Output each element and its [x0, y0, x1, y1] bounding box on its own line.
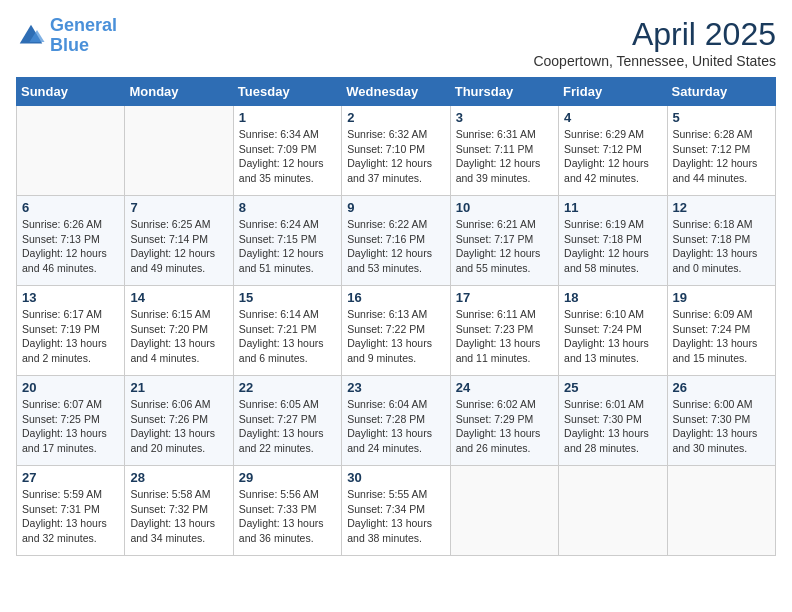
- day-number: 14: [130, 290, 227, 305]
- page-header: General Blue April 2025 Coopertown, Tenn…: [16, 16, 776, 69]
- calendar-cell: [450, 466, 558, 556]
- calendar-cell: 13Sunrise: 6:17 AM Sunset: 7:19 PM Dayli…: [17, 286, 125, 376]
- day-info: Sunrise: 6:17 AM Sunset: 7:19 PM Dayligh…: [22, 307, 119, 366]
- day-info: Sunrise: 6:01 AM Sunset: 7:30 PM Dayligh…: [564, 397, 661, 456]
- calendar-cell: [667, 466, 775, 556]
- calendar-cell: 14Sunrise: 6:15 AM Sunset: 7:20 PM Dayli…: [125, 286, 233, 376]
- day-number: 20: [22, 380, 119, 395]
- calendar-cell: 7Sunrise: 6:25 AM Sunset: 7:14 PM Daylig…: [125, 196, 233, 286]
- calendar-cell: 21Sunrise: 6:06 AM Sunset: 7:26 PM Dayli…: [125, 376, 233, 466]
- day-info: Sunrise: 6:34 AM Sunset: 7:09 PM Dayligh…: [239, 127, 336, 186]
- day-number: 21: [130, 380, 227, 395]
- calendar-cell: 16Sunrise: 6:13 AM Sunset: 7:22 PM Dayli…: [342, 286, 450, 376]
- calendar-cell: 18Sunrise: 6:10 AM Sunset: 7:24 PM Dayli…: [559, 286, 667, 376]
- weekday-header: Wednesday: [342, 78, 450, 106]
- day-info: Sunrise: 5:56 AM Sunset: 7:33 PM Dayligh…: [239, 487, 336, 546]
- day-info: Sunrise: 6:00 AM Sunset: 7:30 PM Dayligh…: [673, 397, 770, 456]
- month-title: April 2025: [533, 16, 776, 53]
- day-info: Sunrise: 6:28 AM Sunset: 7:12 PM Dayligh…: [673, 127, 770, 186]
- day-number: 3: [456, 110, 553, 125]
- day-info: Sunrise: 6:26 AM Sunset: 7:13 PM Dayligh…: [22, 217, 119, 276]
- day-number: 17: [456, 290, 553, 305]
- day-info: Sunrise: 6:21 AM Sunset: 7:17 PM Dayligh…: [456, 217, 553, 276]
- calendar-cell: 15Sunrise: 6:14 AM Sunset: 7:21 PM Dayli…: [233, 286, 341, 376]
- day-number: 8: [239, 200, 336, 215]
- weekday-header: Sunday: [17, 78, 125, 106]
- day-info: Sunrise: 6:24 AM Sunset: 7:15 PM Dayligh…: [239, 217, 336, 276]
- logo-line1: General: [50, 15, 117, 35]
- calendar-cell: 27Sunrise: 5:59 AM Sunset: 7:31 PM Dayli…: [17, 466, 125, 556]
- calendar-cell: 30Sunrise: 5:55 AM Sunset: 7:34 PM Dayli…: [342, 466, 450, 556]
- day-number: 27: [22, 470, 119, 485]
- day-number: 9: [347, 200, 444, 215]
- day-info: Sunrise: 6:10 AM Sunset: 7:24 PM Dayligh…: [564, 307, 661, 366]
- calendar-cell: 8Sunrise: 6:24 AM Sunset: 7:15 PM Daylig…: [233, 196, 341, 286]
- day-number: 29: [239, 470, 336, 485]
- day-info: Sunrise: 6:22 AM Sunset: 7:16 PM Dayligh…: [347, 217, 444, 276]
- calendar-cell: 10Sunrise: 6:21 AM Sunset: 7:17 PM Dayli…: [450, 196, 558, 286]
- calendar-cell: 17Sunrise: 6:11 AM Sunset: 7:23 PM Dayli…: [450, 286, 558, 376]
- day-info: Sunrise: 6:09 AM Sunset: 7:24 PM Dayligh…: [673, 307, 770, 366]
- day-number: 25: [564, 380, 661, 395]
- calendar-cell: 20Sunrise: 6:07 AM Sunset: 7:25 PM Dayli…: [17, 376, 125, 466]
- day-number: 16: [347, 290, 444, 305]
- day-number: 1: [239, 110, 336, 125]
- day-info: Sunrise: 6:13 AM Sunset: 7:22 PM Dayligh…: [347, 307, 444, 366]
- logo-icon: [16, 21, 46, 51]
- day-info: Sunrise: 6:02 AM Sunset: 7:29 PM Dayligh…: [456, 397, 553, 456]
- weekday-header: Thursday: [450, 78, 558, 106]
- day-number: 11: [564, 200, 661, 215]
- day-info: Sunrise: 6:29 AM Sunset: 7:12 PM Dayligh…: [564, 127, 661, 186]
- day-number: 4: [564, 110, 661, 125]
- weekday-header-row: SundayMondayTuesdayWednesdayThursdayFrid…: [17, 78, 776, 106]
- location: Coopertown, Tennessee, United States: [533, 53, 776, 69]
- calendar-table: SundayMondayTuesdayWednesdayThursdayFrid…: [16, 77, 776, 556]
- calendar-cell: 29Sunrise: 5:56 AM Sunset: 7:33 PM Dayli…: [233, 466, 341, 556]
- day-info: Sunrise: 6:25 AM Sunset: 7:14 PM Dayligh…: [130, 217, 227, 276]
- weekday-header: Friday: [559, 78, 667, 106]
- day-number: 23: [347, 380, 444, 395]
- weekday-header: Tuesday: [233, 78, 341, 106]
- day-info: Sunrise: 6:07 AM Sunset: 7:25 PM Dayligh…: [22, 397, 119, 456]
- weekday-header: Saturday: [667, 78, 775, 106]
- calendar-cell: 25Sunrise: 6:01 AM Sunset: 7:30 PM Dayli…: [559, 376, 667, 466]
- day-info: Sunrise: 5:55 AM Sunset: 7:34 PM Dayligh…: [347, 487, 444, 546]
- calendar-cell: 28Sunrise: 5:58 AM Sunset: 7:32 PM Dayli…: [125, 466, 233, 556]
- day-number: 30: [347, 470, 444, 485]
- calendar-cell: [559, 466, 667, 556]
- calendar-cell: 6Sunrise: 6:26 AM Sunset: 7:13 PM Daylig…: [17, 196, 125, 286]
- weekday-header: Monday: [125, 78, 233, 106]
- calendar-cell: 9Sunrise: 6:22 AM Sunset: 7:16 PM Daylig…: [342, 196, 450, 286]
- calendar-cell: [17, 106, 125, 196]
- calendar-cell: 26Sunrise: 6:00 AM Sunset: 7:30 PM Dayli…: [667, 376, 775, 466]
- day-info: Sunrise: 5:58 AM Sunset: 7:32 PM Dayligh…: [130, 487, 227, 546]
- day-info: Sunrise: 6:04 AM Sunset: 7:28 PM Dayligh…: [347, 397, 444, 456]
- day-number: 26: [673, 380, 770, 395]
- day-info: Sunrise: 6:14 AM Sunset: 7:21 PM Dayligh…: [239, 307, 336, 366]
- calendar-week-row: 1Sunrise: 6:34 AM Sunset: 7:09 PM Daylig…: [17, 106, 776, 196]
- day-info: Sunrise: 6:06 AM Sunset: 7:26 PM Dayligh…: [130, 397, 227, 456]
- calendar-cell: 3Sunrise: 6:31 AM Sunset: 7:11 PM Daylig…: [450, 106, 558, 196]
- day-number: 15: [239, 290, 336, 305]
- day-info: Sunrise: 5:59 AM Sunset: 7:31 PM Dayligh…: [22, 487, 119, 546]
- calendar-cell: [125, 106, 233, 196]
- day-number: 19: [673, 290, 770, 305]
- day-number: 24: [456, 380, 553, 395]
- day-number: 6: [22, 200, 119, 215]
- calendar-week-row: 20Sunrise: 6:07 AM Sunset: 7:25 PM Dayli…: [17, 376, 776, 466]
- day-info: Sunrise: 6:15 AM Sunset: 7:20 PM Dayligh…: [130, 307, 227, 366]
- calendar-week-row: 27Sunrise: 5:59 AM Sunset: 7:31 PM Dayli…: [17, 466, 776, 556]
- calendar-week-row: 6Sunrise: 6:26 AM Sunset: 7:13 PM Daylig…: [17, 196, 776, 286]
- day-number: 22: [239, 380, 336, 395]
- calendar-week-row: 13Sunrise: 6:17 AM Sunset: 7:19 PM Dayli…: [17, 286, 776, 376]
- day-info: Sunrise: 6:05 AM Sunset: 7:27 PM Dayligh…: [239, 397, 336, 456]
- day-info: Sunrise: 6:18 AM Sunset: 7:18 PM Dayligh…: [673, 217, 770, 276]
- day-number: 13: [22, 290, 119, 305]
- calendar-cell: 24Sunrise: 6:02 AM Sunset: 7:29 PM Dayli…: [450, 376, 558, 466]
- calendar-cell: 11Sunrise: 6:19 AM Sunset: 7:18 PM Dayli…: [559, 196, 667, 286]
- calendar-cell: 2Sunrise: 6:32 AM Sunset: 7:10 PM Daylig…: [342, 106, 450, 196]
- calendar-cell: 12Sunrise: 6:18 AM Sunset: 7:18 PM Dayli…: [667, 196, 775, 286]
- day-number: 5: [673, 110, 770, 125]
- logo-line2: Blue: [50, 35, 89, 55]
- day-info: Sunrise: 6:11 AM Sunset: 7:23 PM Dayligh…: [456, 307, 553, 366]
